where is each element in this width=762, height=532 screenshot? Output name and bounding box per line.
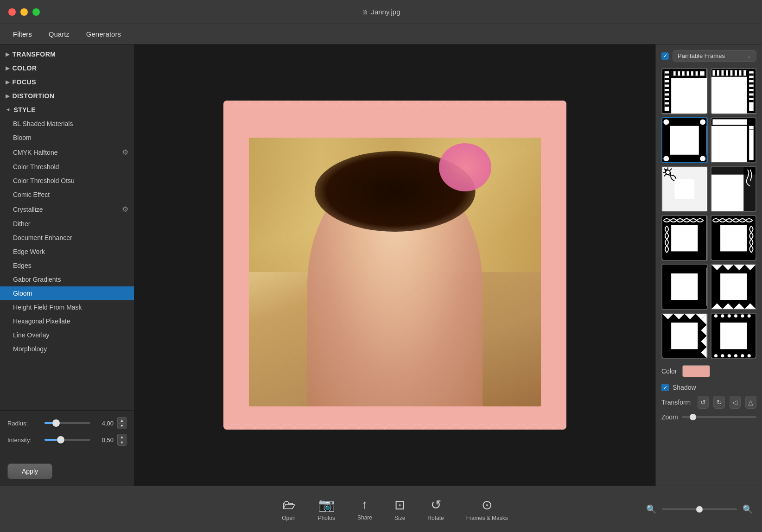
sidebar: ▶ TRANSFORM ▶ COLOR ▶ FOCUS ▶ DISTORTION… <box>0 44 134 486</box>
scallop-bottom <box>223 414 566 430</box>
maximize-button[interactable] <box>32 8 40 16</box>
bottom-zoom-slider[interactable] <box>662 508 737 510</box>
controls-area: Radius: 4,00 ▲ ▼ Intensity: 0,50 <box>0 410 134 457</box>
svg-point-136 <box>714 354 717 357</box>
frame-thumb-5[interactable] <box>661 166 708 212</box>
svg-rect-84 <box>671 225 698 251</box>
filter-color-threshold[interactable]: Color Threshold <box>0 160 134 174</box>
svg-point-60 <box>700 156 705 161</box>
arrow-icon: ▼ <box>6 107 11 112</box>
frame-thumb-11[interactable] <box>661 313 708 359</box>
svg-rect-26 <box>665 100 669 102</box>
svg-rect-32 <box>715 70 717 76</box>
svg-point-135 <box>747 314 750 317</box>
filter-document-enhancer[interactable]: Document Enhancer <box>0 231 134 245</box>
intensity-stepper[interactable]: ▲ ▼ <box>117 434 127 446</box>
right-panel: ✓ Paintable Frames ⌄ <box>655 44 762 486</box>
radius-stepper[interactable]: ▲ ▼ <box>117 417 127 429</box>
svg-rect-20 <box>665 74 669 76</box>
zoom-out-icon[interactable]: 🔍 <box>646 504 656 514</box>
frame-thumb-2[interactable] <box>711 68 757 114</box>
filter-hexagonal[interactable]: Hexagonal Pixellate <box>0 314 134 328</box>
filter-color-threshold-otsu[interactable]: Color Threshold Otsu <box>0 174 134 188</box>
svg-rect-118 <box>671 323 698 349</box>
radius-control: Radius: 4,00 ▲ ▼ <box>7 417 127 429</box>
tab-filters[interactable]: Filters <box>5 27 40 41</box>
filter-morphology[interactable]: Morphology <box>0 342 134 356</box>
frame-thumb-8[interactable] <box>711 215 757 261</box>
tabbar: Filters Quartz Generators <box>0 24 762 44</box>
zoom-slider[interactable] <box>682 416 756 418</box>
filter-list: ▶ TRANSFORM ▶ COLOR ▶ FOCUS ▶ DISTORTION… <box>0 44 134 410</box>
bottom-zoom-thumb[interactable] <box>696 506 703 513</box>
color-swatch[interactable] <box>682 365 710 377</box>
filter-cmyk[interactable]: CMYK Halftone ⚙ <box>0 145 134 160</box>
radius-thumb[interactable] <box>52 419 60 427</box>
zoom-thumb[interactable] <box>690 414 696 420</box>
filter-height-field[interactable]: Height Field From Mask <box>0 300 134 314</box>
tab-quartz[interactable]: Quartz <box>40 27 78 41</box>
frame-thumb-10[interactable] <box>711 264 757 310</box>
paintable-frames-checkbox[interactable]: ✓ <box>661 52 669 60</box>
filter-bl-shaded[interactable]: BL Shaded Materials <box>0 117 134 131</box>
frame-thumb-7[interactable] <box>661 215 708 261</box>
frame-thumb-1[interactable] <box>661 68 708 114</box>
intensity-increment[interactable]: ▲ <box>117 434 127 440</box>
shadow-checkbox[interactable]: ✓ <box>661 384 669 391</box>
tab-generators[interactable]: Generators <box>78 27 129 41</box>
intensity-thumb[interactable] <box>57 436 64 443</box>
filter-dither[interactable]: Dither <box>0 217 134 231</box>
intensity-decrement[interactable]: ▼ <box>117 440 127 446</box>
size-button[interactable]: ⊡ Size <box>394 497 405 521</box>
flip-v-button[interactable]: △ <box>745 396 756 409</box>
frame-thumb-6[interactable] <box>711 166 757 212</box>
frame-thumb-9[interactable] <box>661 264 708 310</box>
intensity-slider[interactable] <box>44 439 90 441</box>
photos-button[interactable]: 📷 Photos <box>318 497 335 521</box>
category-distortion[interactable]: ▶ DISTORTION <box>0 89 134 103</box>
rotate-cw-button[interactable]: ↻ <box>713 396 724 409</box>
share-button[interactable]: ↑ Share <box>357 497 372 521</box>
svg-rect-43 <box>749 78 754 80</box>
svg-rect-12 <box>676 71 678 76</box>
filter-edges[interactable]: Edges <box>0 259 134 272</box>
category-style[interactable]: ▼ STYLE <box>0 103 134 117</box>
filter-gloom[interactable]: Gloom <box>0 286 134 300</box>
rotate-button[interactable]: ↺ Rotate <box>427 497 444 521</box>
category-color[interactable]: ▶ COLOR <box>0 61 134 75</box>
svg-rect-14 <box>685 71 687 76</box>
frames-masks-button[interactable]: ⊙ Frames & Masks <box>466 497 508 521</box>
filter-bloom[interactable]: Bloom <box>0 131 134 145</box>
color-row: Color <box>661 363 756 379</box>
rotate-ccw-button[interactable]: ↺ <box>698 396 709 409</box>
filter-line-overlay[interactable]: Line Overlay <box>0 328 134 342</box>
radius-slider[interactable] <box>44 422 90 424</box>
filter-edge-work[interactable]: Edge Work <box>0 245 134 259</box>
filter-crystallize[interactable]: Crystallize ⚙ <box>0 202 134 217</box>
open-button[interactable]: 🗁 Open <box>282 497 295 521</box>
radius-decrement[interactable]: ▼ <box>117 423 127 429</box>
frame-thumb-4[interactable] <box>711 117 757 164</box>
paintable-frames-dropdown[interactable]: Paintable Frames ⌄ <box>673 50 756 62</box>
filter-gabor-gradients[interactable]: Gabor Gradients <box>0 272 134 286</box>
minimize-button[interactable] <box>20 8 28 16</box>
svg-rect-11 <box>671 71 673 76</box>
svg-rect-17 <box>698 71 700 76</box>
category-focus[interactable]: ▶ FOCUS <box>0 75 134 89</box>
zoom-in-icon[interactable]: 🔍 <box>743 504 753 514</box>
gear-icon: ⚙ <box>122 205 128 214</box>
close-button[interactable] <box>8 8 16 16</box>
frame-thumb-12[interactable] <box>711 313 757 359</box>
apply-button[interactable]: Apply <box>7 463 52 479</box>
frame-thumb-3[interactable] <box>661 117 708 164</box>
transform-row: Transform ↺ ↻ ◁ △ <box>661 396 756 409</box>
apply-area: Apply <box>0 457 134 486</box>
flip-h-button[interactable]: ◁ <box>730 396 741 409</box>
filter-comic-effect[interactable]: Comic Effect <box>0 188 134 202</box>
zoom-row: Zoom <box>661 413 756 421</box>
svg-point-130 <box>714 314 717 317</box>
radius-increment[interactable]: ▲ <box>117 417 127 423</box>
arrow-icon: ▶ <box>6 93 10 99</box>
category-transform[interactable]: ▶ TRANSFORM <box>0 47 134 61</box>
svg-point-141 <box>747 354 750 357</box>
